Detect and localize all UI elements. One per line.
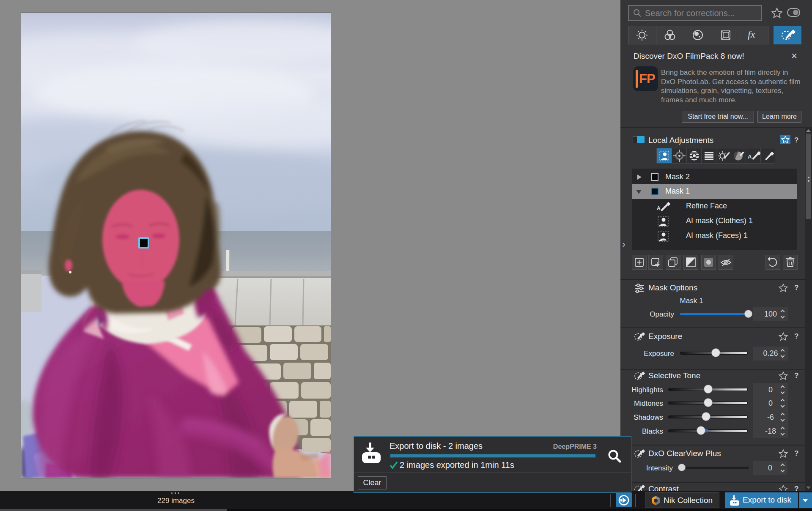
svg-text:A: A [748,153,752,160]
svg-text:A: A [657,205,661,211]
